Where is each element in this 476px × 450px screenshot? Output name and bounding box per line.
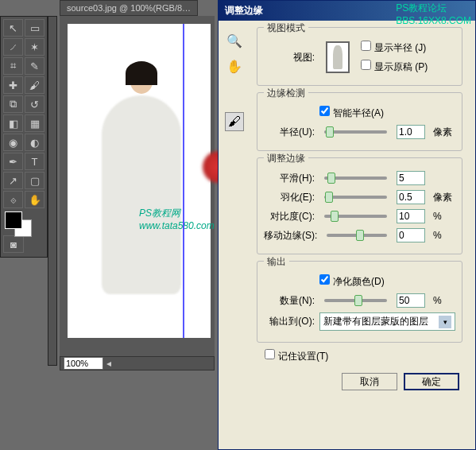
eyedropper-tool[interactable]: ✎ [25,57,45,75]
healing-tool[interactable]: ✚ [3,76,23,94]
output-label: 输出 [264,255,289,269]
output-to-label: 输出到(O): [264,315,315,328]
adjust-edge-label: 调整边缘 [264,152,308,165]
hand-icon[interactable]: ✋ [225,56,244,76]
smooth-input[interactable] [397,171,425,185]
history-brush-tool[interactable]: ↺ [25,95,45,113]
image-subject [98,64,185,302]
stamp-tool[interactable]: ⧉ [3,95,23,113]
canvas[interactable]: 他处我帮你 PS教程网www.tata580.com [68,24,211,338]
radius-slider[interactable] [324,130,387,134]
smart-radius-checkbox[interactable]: 智能半径(A) [319,106,384,120]
amount-unit: % [433,295,455,306]
radius-unit: 像素 [433,126,455,139]
zoom-icon[interactable]: 🔍 [225,31,244,50]
ok-button[interactable]: 确定 [404,373,459,390]
amount-slider[interactable] [324,299,387,302]
contrast-label: 对比度(C): [264,210,315,223]
show-original-checkbox[interactable]: 显示原稿 (P) [361,60,428,74]
zoom-input[interactable] [64,357,103,370]
output-group: 输出 净化颜色(D) 数量(N): % 输出到(O): 新建带有图层蒙版的图层 … [257,261,462,343]
shift-edge-unit: % [433,230,455,241]
contrast-slider[interactable] [324,215,387,218]
feather-unit: 像素 [433,191,455,204]
shift-edge-slider[interactable] [327,234,387,237]
canvas-area: 他处我帮你 PS教程网www.tata580.com [60,16,215,366]
3d-tool[interactable]: ⟐ [3,191,23,208]
refine-brush-icon[interactable]: 🖌 [225,112,244,131]
options-bar [48,16,57,366]
edge-detection-label: 边缘检测 [264,87,308,100]
adjust-edge-group: 调整边缘 平滑(H): 羽化(E): 像素 对比度(C): % 移动边缘(S): [257,157,462,254]
marquee-tool[interactable]: ▭ [25,19,45,37]
dodge-tool[interactable]: ◐ [25,134,45,151]
type-tool[interactable]: T [25,153,45,170]
show-radius-checkbox[interactable]: 显示半径 (J) [361,41,428,55]
dialog-side-tools: 🔍 ✋ 🖌 [225,31,249,131]
pen-tool[interactable]: ✒ [3,153,23,170]
smooth-slider[interactable] [324,177,387,180]
crop-tool[interactable]: ⌗ [3,57,23,75]
view-mode-group: 视图模式 视图: 显示半径 (J) 显示原稿 (P) [257,27,462,86]
quickmask-tool[interactable]: ◙ [3,235,24,253]
path-tool[interactable]: ↗ [3,172,23,189]
contrast-input[interactable] [397,209,425,223]
refine-edge-dialog: 调整边缘 🔍 ✋ 🖌 视图模式 视图: 显示半径 (J) 显示原稿 (P) 边缘… [218,0,476,450]
view-label: 视图: [264,51,315,64]
radius-input[interactable] [397,125,425,139]
lasso-tool[interactable]: ⟋ [3,38,23,56]
gradient-tool[interactable]: ▦ [25,114,45,132]
radius-label: 半径(U): [264,126,315,139]
eraser-tool[interactable]: ◧ [3,114,23,132]
cancel-button[interactable]: 取消 [342,373,397,390]
preview-split-line [183,24,184,338]
watermark-url: PS教程网www.tata580.com [139,207,215,231]
contrast-unit: % [433,211,455,222]
amount-label: 数量(N): [264,294,315,308]
wand-tool[interactable]: ✶ [25,38,45,56]
blur-tool[interactable]: ◉ [3,134,23,151]
view-mode-label: 视图模式 [264,21,308,35]
shape-tool[interactable]: ▢ [25,172,45,189]
chevron-down-icon: ▾ [439,316,451,328]
remember-settings-checkbox[interactable]: 记住设置(T) [265,351,328,362]
document-tab[interactable]: source03.jpg @ 100%(RGB/8… [60,0,198,16]
toolbox: ↖▭ ⟋✶ ⌗✎ ✚🖌 ⧉↺ ◧▦ ◉◐ ✒T ↗▢ ⟐✋ ◙ [0,16,48,258]
edge-detection-group: 边缘检测 智能半径(A) 半径(U): 像素 [257,92,462,151]
foreground-color[interactable] [5,211,22,229]
decontaminate-checkbox[interactable]: 净化颜色(D) [319,274,385,289]
status-bar: ◂ [60,356,215,370]
feather-label: 羽化(E): [264,191,315,204]
scroll-left-icon[interactable]: ◂ [106,358,111,369]
hand-tool[interactable]: ✋ [25,191,45,208]
output-to-dropdown[interactable]: 新建带有图层蒙版的图层 ▾ [319,312,455,331]
amount-input[interactable] [397,293,425,308]
color-swatches[interactable] [3,211,45,235]
shift-edge-input[interactable] [397,228,425,242]
feather-slider[interactable] [324,196,387,199]
shift-edge-label: 移动边缘(S): [264,229,317,242]
feather-input[interactable] [397,190,425,204]
smooth-label: 平滑(H): [264,172,315,185]
view-thumbnail[interactable] [326,41,350,73]
move-tool[interactable]: ↖ [3,19,23,37]
forum-watermark: PS教程论坛BBS.16XX8.COM [391,0,476,28]
brush-tool[interactable]: 🖌 [25,76,45,94]
